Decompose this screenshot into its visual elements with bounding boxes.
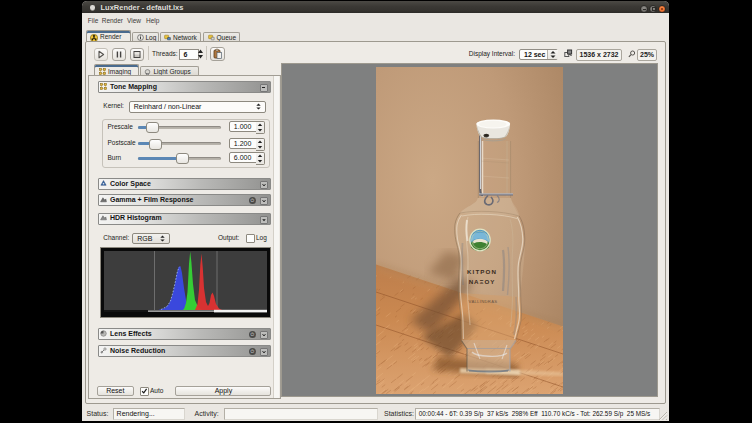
svg-text:ΝΑΞΟΥ: ΝΑΞΟΥ	[469, 277, 496, 284]
svg-text:VALLINDRAS: VALLINDRAS	[469, 298, 498, 303]
svg-text:KITPON: KITPON	[467, 268, 497, 275]
